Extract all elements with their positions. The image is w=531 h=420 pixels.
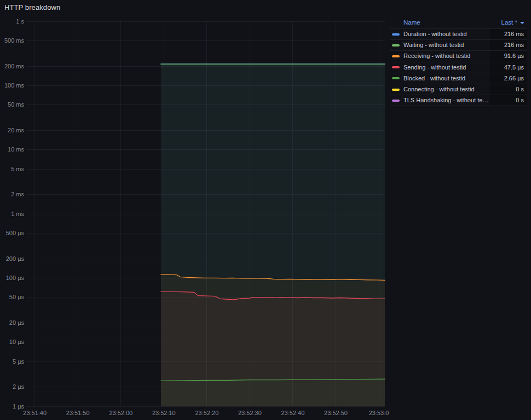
legend-header: Name Last * [390, 18, 527, 28]
legend-row-blocked[interactable]: Blocked - without testid2.66 µs [390, 73, 527, 84]
y-axis-tick-label: 2 ms [0, 191, 24, 197]
legend-series-label[interactable]: Sending - without testid [403, 64, 490, 71]
legend-series-value: 91.6 µs [490, 51, 527, 61]
x-axis-tick-label: 23:52:10 [152, 410, 176, 416]
y-axis-tick-label: 100 µs [0, 275, 24, 281]
series-color-marker [392, 33, 400, 36]
series-color-marker [392, 77, 400, 79]
legend-series-value: 0 s [490, 95, 527, 106]
legend-series-label[interactable]: Blocked - without testid [403, 75, 490, 82]
legend-series-label[interactable]: Waiting - without testid [403, 42, 490, 49]
series-color-marker [392, 55, 400, 57]
x-axis-tick-label: 23:52:40 [281, 410, 304, 416]
legend-row-duration[interactable]: Duration - without testid216 ms [390, 28, 527, 39]
series-color-marker [392, 44, 400, 46]
series-color-marker [392, 100, 400, 102]
series-fill-blocked [161, 379, 385, 406]
x-axis-tick-label: 23:51:50 [66, 410, 90, 416]
legend-series-label[interactable]: TLS Handshaking - without testid [403, 97, 490, 104]
legend-name-header[interactable]: Name [403, 19, 420, 26]
x-axis-tick-label: 23:52:20 [195, 410, 218, 416]
sort-caret-icon [520, 22, 524, 24]
x-axis-tick-label: 23:53:0 [369, 410, 389, 416]
legend-row-tls[interactable]: TLS Handshaking - without testid0 s [390, 95, 527, 106]
series-color-marker [392, 66, 400, 68]
y-axis-tick-label: 10 ms [0, 147, 24, 153]
y-axis-tick-label: 200 ms [0, 63, 24, 69]
y-axis-tick-label: 200 µs [0, 256, 24, 262]
y-axis-tick-label: 50 ms [0, 102, 24, 108]
y-axis-tick-label: 500 ms [0, 38, 24, 44]
legend-series-value: 216 ms [490, 40, 527, 50]
y-axis-tick-label: 50 µs [0, 294, 24, 300]
legend-table: Name Last * Duration - without testid216… [390, 18, 527, 106]
series-color-marker [392, 89, 400, 91]
y-axis-tick-label: 5 ms [0, 166, 24, 172]
legend-rows: Duration - without testid216 msWaiting -… [390, 28, 527, 106]
legend-series-label[interactable]: Connecting - without testid [403, 86, 490, 93]
legend-series-label[interactable]: Duration - without testid [403, 31, 490, 38]
y-axis-tick-label: 1 ms [0, 211, 24, 217]
legend-series-value: 0 s [490, 84, 527, 95]
x-axis-tick-label: 23:52:30 [238, 410, 262, 416]
y-axis-tick-label: 5 µs [0, 359, 24, 365]
y-axis-tick-label: 10 µs [0, 339, 24, 345]
legend-row-sending[interactable]: Sending - without testid47.5 µs [390, 62, 527, 73]
y-axis-tick-label: 1 µs [0, 404, 24, 410]
y-axis-tick-label: 2 µs [0, 384, 24, 390]
x-axis-tick-label: 23:52:00 [109, 410, 132, 416]
y-axis-tick-label: 100 ms [0, 83, 24, 89]
y-axis-tick-label: 20 µs [0, 320, 24, 326]
legend-row-connecting[interactable]: Connecting - without testid0 s [390, 84, 527, 95]
legend-series-label[interactable]: Receiving - without testid [403, 52, 490, 60]
x-axis-tick-label: 23:51:40 [23, 410, 47, 416]
legend-series-value: 216 ms [490, 29, 527, 39]
x-axis-tick-label: 23:52:50 [324, 410, 348, 416]
y-axis-tick-label: 1 s [0, 19, 24, 25]
legend-series-value: 2.66 µs [490, 73, 527, 84]
legend-sort-header-label: Last * [501, 19, 517, 26]
legend-row-receiving[interactable]: Receiving - without testid91.6 µs [390, 50, 527, 61]
legend-series-value: 47.5 µs [490, 62, 527, 73]
y-axis-tick-label: 500 µs [0, 230, 24, 236]
y-axis-tick-label: 20 ms [0, 127, 24, 133]
legend-sort-header[interactable]: Last * [501, 19, 524, 26]
legend-row-waiting[interactable]: Waiting - without testid216 ms [390, 39, 527, 50]
